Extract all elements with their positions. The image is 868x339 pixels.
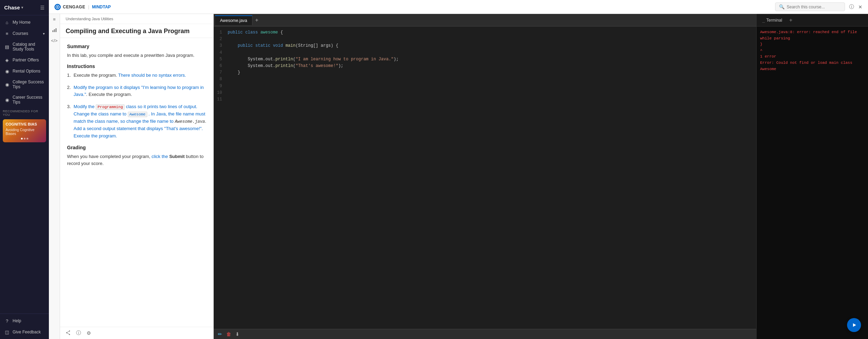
close-icon[interactable]: ✕ [858,4,862,10]
sidebar-item-rental[interactable]: ◉ Rental Options [0,66,49,77]
editor-tab-awesome[interactable]: Awesome.java [215,15,252,25]
svg-point-1 [57,6,58,8]
sidebar-item-feedback[interactable]: ◫ Give Feedback [0,326,49,338]
college-icon: ◉ [4,82,10,87]
line-numbers: 1 2 3 4 5 6 7 8 9 10 11 [214,27,225,329]
instructions-list: 1. Execute the program. There should be … [67,72,208,140]
instruction-link-3d[interactable]: Add a second output statement that displ… [74,126,203,138]
lab-title: Compiling and Executing a Java Program [60,24,213,38]
terminal-tabs: _ Terminal + [757,14,868,27]
carousel-dots [6,138,43,140]
lab-panel: Understanding Java Utilities Compiling a… [60,14,214,339]
brand-name[interactable]: Chase ▾ [4,5,23,10]
instruction-link-3[interactable]: Modify the [74,104,95,109]
sidebar-item-label: Give Feedback [13,330,41,334]
help-circle-icon[interactable]: ⓘ [849,4,854,10]
terminal-line-4: 1 error [760,54,865,60]
topbar: CENGAGE | MINDTAP 🔍 ⓘ ✕ [49,0,868,14]
carousel-dot[interactable] [21,138,23,140]
brand-label: Chase [4,5,20,10]
summary-text: In this lab, you compile and execute a p… [67,52,208,59]
editor-body: 1 2 3 4 5 6 7 8 9 10 11 public class awe… [214,27,756,329]
partner-icon: ◈ [4,57,10,63]
code-icon[interactable]: </> [51,38,58,43]
terminal-tab[interactable]: _ Terminal [758,15,786,25]
carousel-dot[interactable] [27,138,28,140]
mindtap-text: MINDTAP [92,5,111,9]
terminal-line-3: ^ [760,48,865,54]
code-awesome: Awesome [128,112,147,117]
svg-rect-2 [52,30,53,32]
instruction-link-2[interactable]: Modify the program so it displays "I'm l… [74,85,204,97]
settings-icon[interactable]: ⚙ [87,330,91,336]
sidebar-item-catalog[interactable]: ▤ Catalog and Study Tools [0,39,49,54]
catalog-icon: ▤ [4,44,10,50]
cengage-text: CENGAGE [63,5,85,9]
play-button[interactable] [847,318,861,332]
editor-area: Awesome.java + 1 2 3 4 5 6 7 8 9 10 11 [214,14,756,339]
svg-marker-10 [853,323,856,327]
courses-icon: ≡ [4,31,10,36]
sidebar-item-label: My Home [13,20,30,25]
svg-rect-4 [56,28,57,32]
cognitive-bias-title: COGNITIVE BIAS [6,122,43,127]
tab-filename: Awesome.java [220,18,247,23]
terminal-line-5: Error: Could not find or load main class… [760,60,865,72]
content-area: ≡ </> Understanding Java Utilities Compi… [49,14,868,339]
home-icon: ⌂ [4,20,10,25]
delete-icon[interactable]: 🗑 [226,331,231,337]
list-icon[interactable]: ≡ [53,17,56,22]
search-box[interactable]: 🔍 [775,2,845,11]
left-toolbar: ≡ </> [49,14,60,339]
cengage-logo: CENGAGE | MINDTAP [54,4,111,10]
terminal-icon: _ [762,17,765,23]
instruction-item-2: 2. Modify the program so it displays "I'… [67,84,208,99]
search-input[interactable] [787,5,841,9]
svg-rect-3 [54,29,55,32]
share-icon[interactable] [66,330,71,336]
sidebar-collapse-button[interactable]: ☰ [40,5,45,10]
sidebar-item-college[interactable]: ◉ College Success Tips [0,77,49,92]
recommended-label: RECOMMENDED FOR YOU [0,107,49,118]
terminal-output: Awesome.java:8: error: reached end of fi… [757,27,868,339]
rental-icon: ◉ [4,68,10,74]
add-terminal-button[interactable]: + [786,16,795,25]
sidebar-item-my-home[interactable]: ⌂ My Home [0,17,49,28]
sidebar-item-label: Catalog and Study Tools [13,42,45,52]
carousel-dot[interactable] [24,138,25,140]
sidebar-item-career[interactable]: ◉ Career Success Tips [0,92,49,107]
sidebar-item-label: Rental Options [13,69,40,74]
sidebar-item-help[interactable]: ? Help [0,315,49,326]
instruction-link-1[interactable]: There should be no syntax errors. [118,73,186,78]
breadcrumb: Understanding Java Utilities [60,14,213,24]
download-icon[interactable]: ⬇ [235,331,240,337]
editor-tabs: Awesome.java + [214,14,756,27]
brand-chevron-icon: ▾ [21,6,23,9]
sidebar-item-courses[interactable]: ≡ Courses ▾ [0,28,49,39]
sidebar-header: Chase ▾ ☰ [0,0,49,15]
sidebar-item-label: Partner Offers [13,58,39,62]
editor-bottom-bar: ✏ 🗑 ⬇ [214,329,756,339]
lab-content: Summary In this lab, you compile and exe… [60,38,213,327]
sidebar-item-partner-offers[interactable]: ◈ Partner Offers [0,54,49,66]
sidebar: Chase ▾ ☰ ⌂ My Home ≡ Courses ▾ ▤ Catalo… [0,0,49,339]
code-filename: Awesome.java [175,119,205,124]
terminal-line-1: Awesome.java:8: error: reached end of fi… [760,29,865,42]
summary-heading: Summary [67,44,208,49]
feedback-icon: ◫ [4,329,10,335]
cognitive-bias-card[interactable]: COGNITIVE BIAS Avoiding Cognitive Biases [3,119,46,142]
edit-icon[interactable]: ✏ [218,331,222,337]
grading-section: Grading When you have completed your pro… [67,145,208,168]
instruction-item-1: 1. Execute the program. There should be … [67,72,208,79]
sidebar-item-label: College Success Tips [13,80,45,89]
grading-link[interactable]: click the [152,154,168,159]
lab-bottom-toolbar: ⓘ ⚙ [60,327,213,339]
main-area: CENGAGE | MINDTAP 🔍 ⓘ ✕ ≡ </> [49,0,868,339]
add-editor-tab-button[interactable]: + [252,16,261,25]
grading-text: When you have completed your program, cl… [67,153,208,168]
sidebar-item-label: Career Success Tips [13,95,45,105]
chart-icon[interactable] [52,28,57,32]
code-editor[interactable]: public class awesome { public static voi… [225,27,756,329]
career-icon: ◉ [4,97,10,103]
info-icon[interactable]: ⓘ [76,330,81,336]
